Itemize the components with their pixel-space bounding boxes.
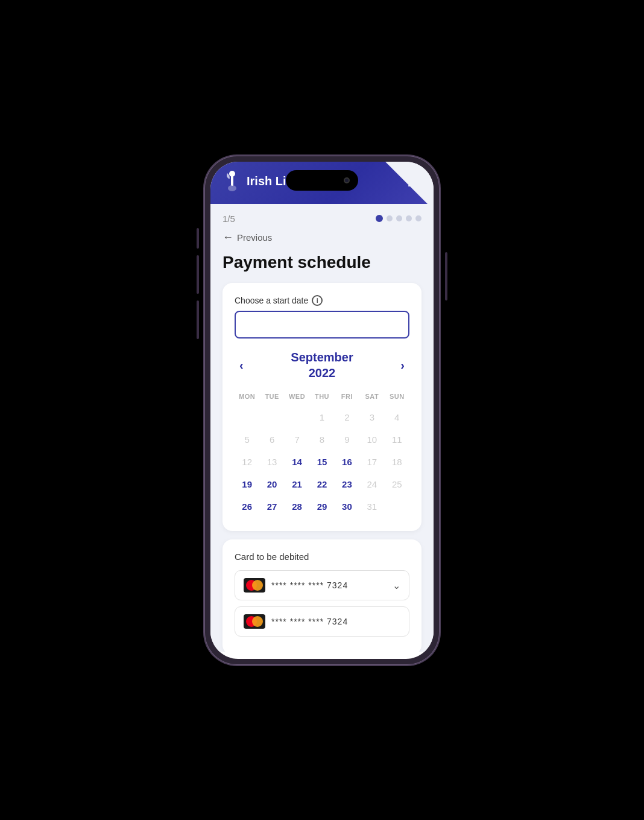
cal-empty-1 bbox=[235, 407, 259, 427]
day-fri: FRI bbox=[335, 390, 359, 402]
debit-card-section: Card to be debited **** **** **** 7324 ⌄ bbox=[223, 539, 421, 651]
svg-point-2 bbox=[229, 171, 235, 177]
power-button[interactable] bbox=[445, 252, 447, 300]
prev-month-button[interactable]: ‹ bbox=[235, 356, 248, 375]
dot-1 bbox=[376, 215, 383, 222]
cal-day-8[interactable]: 8 bbox=[309, 430, 334, 450]
header-corner-decoration bbox=[385, 162, 434, 210]
calendar-month-year: September 2022 bbox=[291, 349, 353, 381]
cal-day-20[interactable]: 20 bbox=[259, 474, 284, 494]
calendar-grid: MON TUE WED THU FRI SAT SUN 1 2 bbox=[235, 390, 409, 516]
step-label: 1/5 bbox=[223, 214, 235, 224]
cal-empty-3 bbox=[285, 407, 309, 427]
cal-day-3[interactable]: 3 bbox=[359, 407, 384, 427]
dot-5 bbox=[415, 215, 421, 221]
cal-day-17[interactable]: 17 bbox=[359, 452, 384, 472]
front-camera bbox=[344, 177, 350, 183]
cal-day-23[interactable]: 23 bbox=[335, 474, 359, 494]
day-tue: TUE bbox=[259, 390, 284, 402]
chevron-down-icon[interactable]: ⌄ bbox=[393, 580, 400, 591]
page-title: Payment schedule bbox=[223, 252, 421, 273]
cal-day-31[interactable]: 31 bbox=[359, 497, 384, 516]
mc-circle-right bbox=[252, 580, 263, 591]
cal-day-14[interactable]: 14 bbox=[285, 452, 309, 472]
cal-day-11[interactable]: 11 bbox=[385, 430, 409, 450]
day-thu: THU bbox=[309, 390, 334, 402]
cal-day-22[interactable]: 22 bbox=[309, 474, 334, 494]
cal-day-30[interactable]: 30 bbox=[335, 497, 359, 516]
calendar-year: 2022 bbox=[291, 365, 353, 381]
dynamic-island bbox=[286, 170, 358, 191]
cal-day-27[interactable]: 27 bbox=[259, 497, 284, 516]
mastercard-icon-2 bbox=[244, 614, 265, 629]
mc-circle-right-2 bbox=[252, 616, 263, 627]
back-arrow-icon: ← bbox=[223, 231, 233, 244]
calendar-week-5: 26 27 28 29 30 31 bbox=[235, 497, 409, 516]
next-month-button[interactable]: › bbox=[396, 356, 409, 375]
date-label: Choose a start date i bbox=[235, 295, 409, 306]
cal-day-29[interactable]: 29 bbox=[309, 497, 334, 516]
cal-day-2[interactable]: 2 bbox=[335, 407, 359, 427]
calendar-week-2: 5 6 7 8 9 10 11 bbox=[235, 430, 409, 450]
logo-icon bbox=[223, 170, 242, 193]
phone-screen: Irish Life 1/5 bbox=[210, 162, 434, 659]
cal-day-12[interactable]: 12 bbox=[235, 452, 259, 472]
day-sun: SUN bbox=[385, 390, 409, 402]
cal-day-4[interactable]: 4 bbox=[385, 407, 409, 427]
card-number-2: **** **** **** 7324 bbox=[271, 617, 348, 626]
volume-up-button[interactable] bbox=[197, 255, 199, 294]
dot-2 bbox=[387, 215, 393, 221]
cal-day-24[interactable]: 24 bbox=[359, 474, 384, 494]
cal-day-26[interactable]: 26 bbox=[235, 497, 259, 516]
calendar-week-3: 12 13 14 15 16 17 18 bbox=[235, 452, 409, 472]
debit-card-row-1[interactable]: **** **** **** 7324 ⌄ bbox=[235, 570, 409, 600]
date-input-field[interactable] bbox=[235, 311, 409, 338]
cal-day-15[interactable]: 15 bbox=[309, 452, 334, 472]
calendar-week-4: 19 20 21 22 23 24 25 bbox=[235, 474, 409, 494]
cal-day-13[interactable]: 13 bbox=[259, 452, 284, 472]
day-wed: WED bbox=[285, 390, 309, 402]
cal-day-5[interactable]: 5 bbox=[235, 430, 259, 450]
day-sat: SAT bbox=[359, 390, 384, 402]
mastercard-icon-1 bbox=[244, 578, 265, 593]
progress-row: 1/5 bbox=[223, 214, 421, 224]
calendar-card: Choose a start date i ‹ September 2022 › bbox=[223, 283, 421, 531]
calendar-week-1: 1 2 3 4 bbox=[235, 407, 409, 427]
debit-card-info-1: **** **** **** 7324 bbox=[244, 578, 348, 593]
calendar-month: September bbox=[291, 349, 353, 365]
cal-day-18[interactable]: 18 bbox=[385, 452, 409, 472]
previous-label: Previous bbox=[237, 232, 272, 243]
volume-mute-button[interactable] bbox=[197, 228, 199, 249]
phone-frame: Irish Life 1/5 bbox=[204, 156, 440, 665]
cal-day-19[interactable]: 19 bbox=[235, 474, 259, 494]
cal-day-16[interactable]: 16 bbox=[335, 452, 359, 472]
cal-day-10[interactable]: 10 bbox=[359, 430, 384, 450]
day-mon: MON bbox=[235, 390, 259, 402]
cal-day-6[interactable]: 6 bbox=[259, 430, 284, 450]
calendar-nav: ‹ September 2022 › bbox=[235, 349, 409, 381]
cal-empty-end bbox=[385, 497, 409, 516]
cal-day-1[interactable]: 1 bbox=[309, 407, 334, 427]
date-label-text: Choose a start date bbox=[235, 296, 308, 305]
cal-empty-2 bbox=[259, 407, 284, 427]
cal-day-21[interactable]: 21 bbox=[285, 474, 309, 494]
cal-day-28[interactable]: 28 bbox=[285, 497, 309, 516]
debit-card-label: Card to be debited bbox=[235, 551, 409, 562]
volume-down-button[interactable] bbox=[197, 300, 199, 339]
previous-button[interactable]: ← Previous bbox=[223, 231, 272, 244]
progress-dots bbox=[376, 215, 421, 222]
dot-4 bbox=[406, 215, 412, 221]
cal-day-25[interactable]: 25 bbox=[385, 474, 409, 494]
svg-point-0 bbox=[228, 185, 236, 191]
info-icon[interactable]: i bbox=[312, 295, 323, 306]
calendar-header: MON TUE WED THU FRI SAT SUN bbox=[235, 390, 409, 402]
dot-3 bbox=[396, 215, 402, 221]
cal-day-7[interactable]: 7 bbox=[285, 430, 309, 450]
cal-day-9[interactable]: 9 bbox=[335, 430, 359, 450]
debit-card-info-2: **** **** **** 7324 bbox=[244, 614, 348, 629]
main-content: 1/5 ← Previous Payment schedule C bbox=[210, 204, 434, 652]
card-number-1: **** **** **** 7324 bbox=[271, 580, 348, 590]
debit-card-row-2[interactable]: **** **** **** 7324 bbox=[235, 606, 409, 637]
